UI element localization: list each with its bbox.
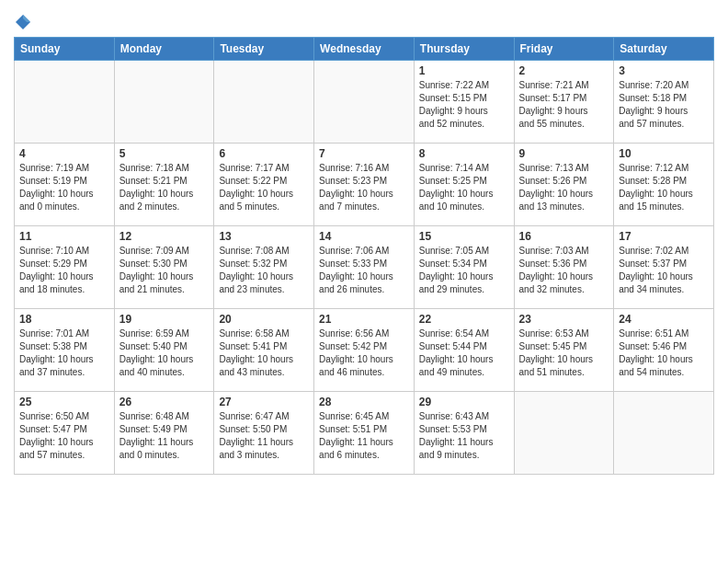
day-cell: 27Sunrise: 6:47 AM Sunset: 5:50 PM Dayli… [214, 392, 314, 475]
day-number: 5 [119, 147, 210, 160]
day-info: Sunrise: 7:05 AM Sunset: 5:34 PM Dayligh… [419, 245, 509, 296]
day-cell: 23Sunrise: 6:53 AM Sunset: 5:45 PM Dayli… [514, 309, 614, 392]
day-cell: 13Sunrise: 7:08 AM Sunset: 5:32 PM Dayli… [214, 226, 314, 309]
day-number: 14 [319, 230, 409, 243]
day-number: 1 [419, 64, 509, 77]
day-info: Sunrise: 7:09 AM Sunset: 5:30 PM Dayligh… [119, 245, 210, 296]
day-info: Sunrise: 7:17 AM Sunset: 5:22 PM Dayligh… [219, 162, 309, 213]
day-number: 2 [519, 64, 609, 77]
weekday-header-tuesday: Tuesday [214, 38, 314, 61]
day-number: 4 [19, 147, 109, 160]
day-info: Sunrise: 7:20 AM Sunset: 5:18 PM Dayligh… [619, 79, 709, 131]
weekday-header-sunday: Sunday [15, 38, 115, 61]
day-cell: 8Sunrise: 7:14 AM Sunset: 5:25 PM Daylig… [414, 144, 514, 226]
day-number: 8 [419, 147, 509, 160]
day-number: 3 [619, 64, 709, 77]
day-cell: 1Sunrise: 7:22 AM Sunset: 5:15 PM Daylig… [414, 61, 514, 144]
day-info: Sunrise: 7:18 AM Sunset: 5:21 PM Dayligh… [119, 162, 210, 213]
day-number: 10 [619, 147, 709, 160]
day-number: 7 [319, 147, 409, 160]
day-info: Sunrise: 7:08 AM Sunset: 5:32 PM Dayligh… [219, 245, 309, 296]
day-cell: 16Sunrise: 7:03 AM Sunset: 5:36 PM Dayli… [514, 226, 614, 309]
day-info: Sunrise: 6:43 AM Sunset: 5:53 PM Dayligh… [419, 410, 509, 462]
day-info: Sunrise: 6:47 AM Sunset: 5:50 PM Dayligh… [219, 410, 309, 462]
day-info: Sunrise: 6:59 AM Sunset: 5:40 PM Dayligh… [119, 327, 210, 379]
header-area [14, 9, 714, 31]
day-cell: 19Sunrise: 6:59 AM Sunset: 5:40 PM Dayli… [114, 309, 214, 392]
day-info: Sunrise: 6:54 AM Sunset: 5:44 PM Dayligh… [419, 327, 509, 379]
day-number: 22 [419, 313, 509, 326]
day-cell: 9Sunrise: 7:13 AM Sunset: 5:26 PM Daylig… [514, 144, 614, 226]
day-info: Sunrise: 6:53 AM Sunset: 5:45 PM Dayligh… [519, 327, 609, 379]
day-number: 27 [219, 396, 309, 408]
day-info: Sunrise: 7:16 AM Sunset: 5:23 PM Dayligh… [319, 162, 409, 213]
day-info: Sunrise: 6:58 AM Sunset: 5:41 PM Dayligh… [219, 327, 309, 379]
weekday-header-monday: Monday [114, 38, 214, 61]
day-cell: 12Sunrise: 7:09 AM Sunset: 5:30 PM Dayli… [114, 226, 214, 309]
day-number: 29 [419, 396, 509, 408]
day-number: 21 [319, 313, 409, 326]
day-cell: 17Sunrise: 7:02 AM Sunset: 5:37 PM Dayli… [614, 226, 714, 309]
day-info: Sunrise: 7:01 AM Sunset: 5:38 PM Dayligh… [19, 327, 109, 379]
weekday-header-thursday: Thursday [414, 38, 514, 61]
day-cell [314, 61, 415, 144]
day-number: 28 [319, 396, 409, 408]
day-cell [514, 392, 614, 475]
day-info: Sunrise: 7:06 AM Sunset: 5:33 PM Dayligh… [319, 245, 409, 296]
day-cell [114, 61, 214, 144]
day-cell: 4Sunrise: 7:19 AM Sunset: 5:19 PM Daylig… [15, 144, 115, 226]
day-info: Sunrise: 7:22 AM Sunset: 5:15 PM Dayligh… [419, 79, 509, 131]
day-cell: 24Sunrise: 6:51 AM Sunset: 5:46 PM Dayli… [614, 309, 714, 392]
day-cell: 2Sunrise: 7:21 AM Sunset: 5:17 PM Daylig… [514, 61, 614, 144]
day-number: 9 [519, 147, 609, 160]
week-row-2: 4Sunrise: 7:19 AM Sunset: 5:19 PM Daylig… [15, 144, 714, 226]
day-cell [214, 61, 314, 144]
day-cell: 21Sunrise: 6:56 AM Sunset: 5:42 PM Dayli… [314, 309, 415, 392]
weekday-header-friday: Friday [514, 38, 614, 61]
day-number: 23 [519, 313, 609, 326]
day-number: 18 [19, 313, 109, 326]
day-info: Sunrise: 6:56 AM Sunset: 5:42 PM Dayligh… [319, 327, 409, 379]
day-cell: 29Sunrise: 6:43 AM Sunset: 5:53 PM Dayli… [414, 392, 514, 475]
day-number: 24 [619, 313, 709, 326]
calendar-table: SundayMondayTuesdayWednesdayThursdayFrid… [14, 37, 714, 475]
day-cell: 10Sunrise: 7:12 AM Sunset: 5:28 PM Dayli… [614, 144, 714, 226]
day-cell: 20Sunrise: 6:58 AM Sunset: 5:41 PM Dayli… [214, 309, 314, 392]
day-info: Sunrise: 6:45 AM Sunset: 5:51 PM Dayligh… [319, 410, 409, 462]
day-cell: 26Sunrise: 6:48 AM Sunset: 5:49 PM Dayli… [114, 392, 214, 475]
day-number: 13 [219, 230, 309, 243]
day-info: Sunrise: 6:50 AM Sunset: 5:47 PM Dayligh… [19, 410, 109, 462]
day-cell: 18Sunrise: 7:01 AM Sunset: 5:38 PM Dayli… [15, 309, 115, 392]
day-info: Sunrise: 7:10 AM Sunset: 5:29 PM Dayligh… [19, 245, 109, 296]
day-info: Sunrise: 7:21 AM Sunset: 5:17 PM Dayligh… [519, 79, 609, 131]
day-cell: 28Sunrise: 6:45 AM Sunset: 5:51 PM Dayli… [314, 392, 415, 475]
day-number: 25 [19, 396, 109, 408]
day-cell: 3Sunrise: 7:20 AM Sunset: 5:18 PM Daylig… [614, 61, 714, 144]
day-number: 15 [419, 230, 509, 243]
day-number: 20 [219, 313, 309, 326]
logo-icon [14, 13, 32, 31]
day-info: Sunrise: 7:14 AM Sunset: 5:25 PM Dayligh… [419, 162, 509, 213]
day-number: 12 [119, 230, 210, 243]
day-cell: 5Sunrise: 7:18 AM Sunset: 5:21 PM Daylig… [114, 144, 214, 226]
day-number: 6 [219, 147, 309, 160]
day-cell: 11Sunrise: 7:10 AM Sunset: 5:29 PM Dayli… [15, 226, 115, 309]
day-cell: 22Sunrise: 6:54 AM Sunset: 5:44 PM Dayli… [414, 309, 514, 392]
weekday-header-row: SundayMondayTuesdayWednesdayThursdayFrid… [15, 38, 714, 61]
week-row-5: 25Sunrise: 6:50 AM Sunset: 5:47 PM Dayli… [15, 392, 714, 475]
week-row-4: 18Sunrise: 7:01 AM Sunset: 5:38 PM Dayli… [15, 309, 714, 392]
day-number: 16 [519, 230, 609, 243]
day-info: Sunrise: 7:03 AM Sunset: 5:36 PM Dayligh… [519, 245, 609, 296]
day-cell [614, 392, 714, 475]
weekday-header-saturday: Saturday [614, 38, 714, 61]
logo [14, 13, 36, 31]
week-row-1: 1Sunrise: 7:22 AM Sunset: 5:15 PM Daylig… [15, 61, 714, 144]
day-info: Sunrise: 7:02 AM Sunset: 5:37 PM Dayligh… [619, 245, 709, 296]
day-number: 19 [119, 313, 210, 326]
weekday-header-wednesday: Wednesday [314, 38, 415, 61]
day-info: Sunrise: 6:48 AM Sunset: 5:49 PM Dayligh… [119, 410, 210, 462]
day-info: Sunrise: 7:19 AM Sunset: 5:19 PM Dayligh… [19, 162, 109, 213]
day-number: 26 [119, 396, 210, 408]
day-cell: 7Sunrise: 7:16 AM Sunset: 5:23 PM Daylig… [314, 144, 415, 226]
day-cell [15, 61, 115, 144]
